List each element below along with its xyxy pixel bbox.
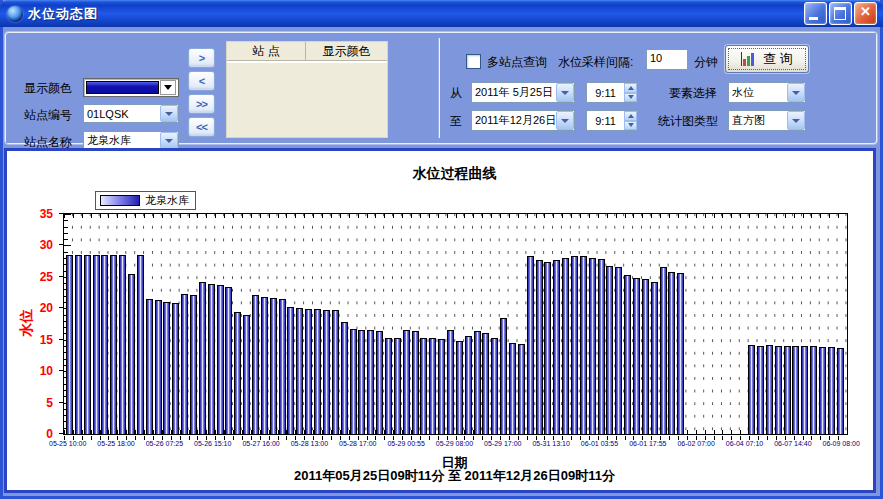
title-bar[interactable]: 水位动态图 ✕ [0,0,883,27]
spin-down-button[interactable] [624,121,637,131]
bar [748,345,755,434]
element-combobox[interactable]: 水位 [728,82,806,103]
x-tick-label: 05-29 17:00 [484,440,521,447]
from-date-dropdown-button[interactable] [556,83,574,102]
chart-panel: 水位过程曲线 龙泉水库 水位 05101520253035 05-25 10:0… [4,148,876,493]
bar [633,278,640,434]
bar [341,322,348,434]
bar [766,345,773,434]
bar [784,346,791,434]
bar [75,255,82,435]
bar [287,307,294,434]
bar [456,341,463,434]
chart-type-combobox[interactable]: 直方图 [728,110,806,131]
query-button[interactable]: 查 询 [725,45,809,73]
bar [93,255,100,435]
bar [261,297,268,434]
to-label: 至 [450,113,462,130]
table-header-station[interactable]: 站 点 [227,42,306,61]
app-globe-icon [7,6,23,22]
move-all-left-button[interactable]: << [188,117,215,137]
bar [403,330,410,434]
chart-type-dropdown-button[interactable] [787,111,805,130]
color-dropdown-button[interactable] [160,80,176,95]
maximize-button[interactable] [829,2,852,25]
bar [668,272,675,435]
spin-up-button[interactable] [624,111,637,121]
close-button[interactable]: ✕ [854,2,877,25]
to-date-picker[interactable]: 2011年12月26日 [471,110,575,131]
display-color-label: 显示颜色 [24,80,72,97]
interval-unit-label: 分钟 [694,54,718,71]
color-swatch [86,81,159,94]
bar [651,282,658,435]
move-all-right-button[interactable]: >> [188,94,215,114]
table-header-row: 站 点 显示颜色 [227,42,387,62]
bar [518,344,525,434]
bar [624,275,631,434]
bar [686,433,693,434]
plot-area [63,213,848,435]
multi-station-checkbox[interactable] [466,54,481,69]
spin-up-button[interactable] [624,83,637,93]
x-axis-labels: 05-25 10:0005-25 18:0005-26 07:2505-26 1… [49,440,860,447]
bar [553,260,560,435]
bar [279,299,286,435]
station-id-dropdown-button[interactable] [160,105,178,122]
bar [66,255,73,435]
bar [500,318,507,434]
bar [137,255,144,435]
station-id-label: 站点编号 [24,107,72,124]
x-tick-label: 06-04 07:10 [726,440,763,447]
y-tick-label: 30 [13,238,53,252]
move-right-button[interactable]: > [188,48,215,68]
x-tick-label: 05-28 13:00 [291,440,328,447]
from-date-picker[interactable]: 2011年 5月25日 [471,82,575,103]
bar [296,308,303,434]
to-date-dropdown-button[interactable] [556,111,574,130]
bar [217,285,224,434]
bar [163,302,170,434]
y-tick-label: 20 [13,301,53,315]
bar [562,258,569,434]
station-color-table[interactable]: 站 点 显示颜色 [226,41,388,138]
x-tick-label: 06-09 08:00 [823,440,860,447]
station-id-value: 01LQSK [87,108,160,120]
bar [474,331,481,434]
display-color-combobox[interactable] [83,78,179,97]
bar [146,299,153,435]
bar [660,267,667,434]
minimize-button[interactable] [804,2,827,25]
bar [677,273,684,434]
station-name-dropdown-button[interactable] [160,132,178,149]
bar [722,433,729,434]
from-time-spinner[interactable]: 9:11 [586,82,638,103]
chart-date-range-label: 2011年05月25日09时11分 至 2011年12月26日09时11分 [63,467,846,485]
bar [571,256,578,434]
spin-down-button[interactable] [624,93,637,103]
chevron-down-icon [164,85,172,90]
chevron-down-icon [792,91,800,95]
interval-input[interactable]: 10 [646,49,688,70]
bar [713,433,720,434]
window-controls: ✕ [804,2,877,25]
station-id-combobox[interactable]: 01LQSK [83,104,179,123]
window-title: 水位动态图 [28,5,98,23]
bar [350,329,357,434]
y-tick-label: 0 [13,427,53,441]
y-tick-label: 25 [13,270,53,284]
bar [110,255,117,434]
bar [819,347,826,434]
x-tick-label: 05-25 18:00 [97,440,134,447]
chevron-down-icon [628,95,634,99]
chevron-down-icon [165,139,173,143]
element-value: 水位 [732,85,787,100]
element-dropdown-button[interactable] [787,83,805,102]
move-left-button[interactable]: < [188,71,215,91]
bar [730,433,737,434]
chart-type-value: 直方图 [732,113,787,128]
table-header-color[interactable]: 显示颜色 [306,42,387,61]
bar [119,255,126,434]
minimize-icon [809,17,818,20]
to-time-spinner[interactable]: 9:11 [586,110,638,131]
